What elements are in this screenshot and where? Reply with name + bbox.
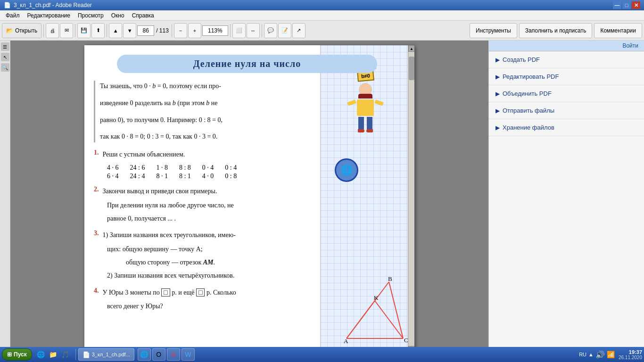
task-2-text3: равное 0, получается ... . [107,213,400,224]
left-panel: ☰ ↖ 🔍 [0,41,10,357]
menu-view[interactable]: Просмотр [74,11,107,20]
toolbar: 📂 Открыть 🖨 ✉ 💾 ⬆ ▲ ▼ 86 / 113 − + 113% … [0,21,644,41]
task-2-text2: При делении нуля на любое другое число, … [107,200,400,211]
fill-sign-button[interactable]: Заполнить и подписать [519,23,593,38]
menu-file[interactable]: Файл [2,11,24,20]
menu-window[interactable]: Окно [107,11,128,20]
intro-line-4: так как 0 · 8 = 0; 0 : 3 = 0, так как 0 … [100,131,400,142]
maximize-button[interactable]: □ [622,1,631,9]
upload-btn[interactable]: ⬆ [91,23,105,38]
sidebar-label-combine-pdf: Объединить PDF [503,90,552,97]
taskbar-word[interactable]: W [182,348,195,361]
math-1-1: 4 · 6 [107,164,119,172]
task-2-number: 2. [94,186,99,199]
pdf-content: Деление нуля на число Ты знаешь, что 0 ·… [84,45,414,353]
math-1-2: 24 : 6 [130,164,145,172]
menu-edit[interactable]: Редактирование [24,11,74,20]
page-title: Деление нуля на число [126,58,368,69]
task-3-text3: общую сторону — отрезок АМ. [107,257,400,268]
taskbar-app-reader[interactable]: 📄 3_кл_1_ch.pdf... [78,348,134,361]
intro-line-3: равно 0), то получим 0. Например: 0 : 8 … [100,115,400,126]
sidebar-label-create-pdf: Создать PDF [503,56,540,63]
page-number-input[interactable]: 86 [137,25,154,36]
task-3-number: 3. [94,230,99,243]
app-icon: 📄 [4,2,11,8]
taskbar-chrome[interactable]: 🌐 [138,348,151,361]
right-sidebar: Войти ▶ Создать PDF ▶ Редактировать PDF … [488,41,644,357]
comments-button[interactable]: Комментарии [594,23,642,38]
math-2-2: 24 : 4 [130,173,145,180]
main-area: ☰ ↖ 🔍 0:b=0 b≠0 [0,41,644,357]
prev-page-btn[interactable]: ▲ [109,23,122,38]
quicklaunch-ie[interactable]: 🌐 [35,349,47,360]
zoom-out-btn[interactable]: − [174,23,187,38]
hand-tool-icon[interactable]: ☰ [1,42,9,51]
fit-page-btn[interactable]: ⬜ [232,23,246,38]
task-1-header: 1. Реши с устным объяснением. [94,149,400,162]
zoom-icon[interactable]: 🔍 [1,63,9,72]
taskbar-opera[interactable]: O [152,348,165,361]
tools-button[interactable]: Инструменты [470,23,517,38]
tray-lang[interactable]: RU [579,352,586,357]
comment-btn[interactable]: 💬 [264,23,277,38]
browser-apps: 🌐 O A W [138,348,195,361]
zoom-input[interactable]: 113% [202,25,228,36]
math-1-5: 0 · 4 [202,164,214,172]
math-2-4: 8 : 1 [179,173,191,180]
toolbar-separator-3 [107,24,107,37]
sidebar-item-combine-pdf[interactable]: ▶ Объединить PDF [489,85,644,102]
toolbar-separator-1 [43,24,44,37]
toolbar-separator-5 [230,24,231,37]
toolbar-separator-4 [172,24,172,37]
scroll-thumb[interactable] [409,57,414,80]
save-btn[interactable]: 💾 [77,23,91,38]
share-btn[interactable]: ↗ [292,23,305,38]
taskbar-acrobat[interactable]: A [167,348,180,361]
quicklaunch-media[interactable]: 🎵 [60,349,71,360]
math-2-6: 0 : 8 [225,173,237,180]
start-button[interactable]: ⊞ Пуск [2,348,32,361]
zoom-in-btn[interactable]: + [188,23,201,38]
titlebar-left: 📄 3_кл_1_ch.pdf - Adobe Reader [4,2,92,8]
tray-network-icon[interactable]: 📶 [607,351,615,358]
sidebar-item-send-files[interactable]: ▶ Отправить файлы [489,102,644,119]
window-title: 3_кл_1_ch.pdf - Adobe Reader [14,2,92,8]
sidebar-item-store-files[interactable]: ▶ Хранение файлов [489,119,644,136]
minimize-button[interactable]: — [613,1,621,9]
math-row-1: 4 · 6 24 : 6 1 · 8 8 : 8 0 · 4 0 : 4 [107,164,400,172]
task-3-text4: 2) Запиши названия всех четырёхугольнико… [107,270,400,281]
select-icon[interactable]: ↖ [1,53,9,61]
task-3-text2: щих: общую вершину — точку А; [107,244,400,255]
taskbar: ⊞ Пуск 🌐 📁 🎵 📄 3_кл_1_ch.pdf... 🌐 O A W … [0,347,644,362]
quicklaunch-area: 🌐 📁 🎵 [35,349,71,360]
close-button[interactable]: ✕ [632,1,640,9]
intro-line-1: Ты знаешь, что 0 · b = 0, поэтому если п… [100,81,400,92]
print-btn[interactable]: 🖨 [46,23,59,38]
math-1-4: 8 : 8 [179,164,191,172]
math-1-6: 0 : 4 [225,164,237,172]
math-row-2: 6 · 4 24 : 4 8 · 1 8 : 1 4 · 0 0 : 8 [107,173,400,180]
sidebar-login-link[interactable]: Войти [489,41,644,51]
email-btn[interactable]: ✉ [60,23,73,38]
tray-clock: 19:37 26.11.2020 [619,349,642,360]
tray-date: 26.11.2020 [619,355,642,360]
toolbar-separator-6 [262,24,262,37]
toolbar-separator-2 [75,24,75,37]
open-button[interactable]: 📂 Открыть [2,23,41,38]
quicklaunch-explorer[interactable]: 📁 [48,349,59,360]
tray-time: 19:37 [629,349,642,355]
menu-help[interactable]: Справка [128,11,158,20]
reader-app-label: 3_кл_1_ch.pdf... [92,352,130,357]
task-2-header: 2. Закончи вывод и приведи свои примеры. [94,186,400,199]
markup-btn[interactable]: 📝 [278,23,291,38]
sidebar-item-create-pdf[interactable]: ▶ Создать PDF [489,51,644,68]
tray-expand[interactable]: ▲ [588,352,594,357]
fit-width-btn[interactable]: ↔ [247,23,260,38]
scroll-up-btn[interactable]: ▲ [408,45,414,52]
pdf-page: 0:b=0 b≠0 [84,45,414,353]
sidebar-item-edit-pdf[interactable]: ▶ Редактировать PDF [489,68,644,85]
task-2-text1: Закончи вывод и приведи свои примеры. [103,186,217,197]
task-3-header: 3. 1) Запиши названия всех треугольников… [94,230,400,243]
tray-speaker-icon[interactable]: 🔊 [595,350,605,359]
next-page-btn[interactable]: ▼ [123,23,136,38]
